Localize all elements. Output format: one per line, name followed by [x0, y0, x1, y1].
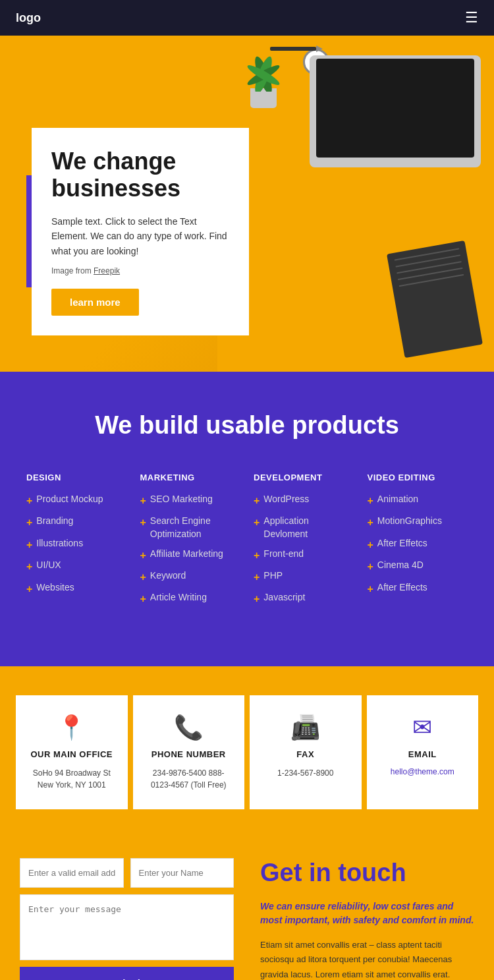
contact-card-2: 📠FAX1-234-567-8900: [250, 695, 362, 809]
service-plus-icon: +: [254, 570, 260, 585]
hero-title: We change businesses: [51, 148, 229, 202]
contact-card-icon-2: 📠: [290, 714, 320, 741]
service-item-label: Application Devloment: [263, 515, 354, 540]
get-in-touch-title: Get in touch: [260, 858, 474, 888]
service-item-label: Keyword: [150, 569, 186, 583]
service-list-item: +Search Engine Optimization: [140, 515, 241, 540]
service-plus-icon: +: [368, 538, 373, 552]
service-list-item: +Cinema 4D: [368, 559, 468, 574]
service-heading-2: DEVELOPMENT: [254, 473, 354, 482]
service-item-label: UI/UX: [36, 559, 61, 572]
service-plus-icon: +: [254, 548, 260, 563]
service-list-item: +Affiliate Marketing: [140, 548, 241, 563]
service-list-item: +Websites: [26, 581, 127, 596]
message-field[interactable]: [20, 894, 234, 960]
info-side: Get in touch We can ensure reliability, …: [260, 858, 474, 980]
hero-accent-bar: [26, 175, 32, 287]
service-list-item: +Javascript: [254, 591, 354, 606]
service-item-label: After Effetcs: [377, 537, 427, 550]
service-item-label: Illustrations: [36, 537, 83, 550]
service-item-label: Front-end: [263, 548, 304, 561]
service-item-label: Cinema 4D: [377, 559, 424, 572]
contact-card-icon-0: 📍: [57, 714, 86, 741]
contact-card-text-2: 1-234-567-8900: [277, 767, 333, 779]
service-item-label: WordPress: [263, 493, 309, 506]
contact-card-icon-3: ✉: [412, 714, 432, 741]
form-side: Submit: [20, 858, 234, 980]
service-list-item: +Animation: [368, 493, 468, 508]
services-section: We build usable products DESIGN+Product …: [0, 372, 494, 666]
service-plus-icon: +: [26, 494, 32, 508]
service-item-label: Animation: [377, 493, 418, 506]
service-item-label: Affiliate Marketing: [150, 548, 223, 561]
get-in-touch-body: Etiam sit amet convallis erat – class ap…: [260, 938, 474, 980]
service-item-label: Article Writing: [150, 591, 207, 604]
hero-image-credit: Image from Freepik: [51, 266, 229, 275]
contact-card-title-0: OUR MAIN OFFICE: [31, 749, 113, 759]
contact-card-email-3[interactable]: hello@theme.com: [391, 767, 454, 776]
hero-section: We change businesses Sample text. Click …: [0, 36, 494, 372]
service-plus-icon: +: [140, 592, 146, 606]
service-list-item: +Article Writing: [140, 591, 241, 606]
service-item-label: MotionGraphics: [377, 515, 442, 528]
service-plus-icon: +: [140, 548, 146, 563]
service-list-item: +PHP: [254, 569, 354, 585]
contact-card-title-2: FAX: [296, 749, 314, 759]
service-item-label: Branding: [36, 515, 73, 528]
hero-subtitle: Sample text. Click to select the Text El…: [51, 214, 229, 258]
service-list-item: +UI/UX: [26, 559, 127, 574]
service-plus-icon: +: [26, 538, 32, 552]
service-heading-3: VIDEO EDITING: [368, 473, 468, 482]
service-plus-icon: +: [368, 494, 373, 508]
contact-card-text-0: SoHo 94 Broadway St New York, NY 1001: [26, 767, 117, 791]
email-field[interactable]: [20, 858, 124, 888]
contact-card-3: ✉EMAILhello@theme.com: [367, 695, 479, 809]
service-plus-icon: +: [368, 560, 373, 574]
service-item-label: PHP: [263, 569, 283, 583]
hero-card: We change businesses Sample text. Click …: [32, 128, 249, 335]
service-item-label: Javascript: [263, 591, 305, 604]
service-plus-icon: +: [26, 515, 32, 530]
contact-cards-section: 📍OUR MAIN OFFICESoHo 94 Broadway St New …: [0, 666, 494, 838]
service-item-label: SEO Marketing: [150, 493, 213, 506]
contact-card-1: 📞PHONE NUMBER234-9876-5400 888-0123-4567…: [133, 695, 245, 809]
service-plus-icon: +: [140, 494, 146, 508]
logo: logo: [16, 11, 41, 25]
submit-button[interactable]: Submit: [20, 967, 234, 980]
service-list-item: +After Effetcs: [368, 537, 468, 552]
service-plus-icon: +: [140, 570, 146, 585]
service-list-item: +WordPress: [254, 493, 354, 508]
service-col-0: DESIGN+Product Mockup+Branding+Illustrat…: [26, 473, 127, 614]
service-heading-0: DESIGN: [26, 473, 127, 482]
service-col-1: MARKETING+SEO Marketing+Search Engine Op…: [140, 473, 241, 614]
service-item-label: Websites: [36, 581, 74, 594]
service-list-item: +MotionGraphics: [368, 515, 468, 530]
service-list-item: +Branding: [26, 515, 127, 530]
service-plus-icon: +: [368, 515, 373, 530]
service-list-item: +Application Devloment: [254, 515, 354, 540]
menu-icon[interactable]: ☰: [465, 9, 478, 26]
hero-content: We change businesses Sample text. Click …: [0, 36, 494, 362]
service-list-item: +Illustrations: [26, 537, 127, 552]
service-col-2: DEVELOPMENT+WordPress+Application Devlom…: [254, 473, 354, 614]
form-row-top: [20, 858, 234, 888]
service-plus-icon: +: [368, 582, 373, 596]
service-plus-icon: +: [26, 560, 32, 574]
contact-cards-row: 📍OUR MAIN OFFICESoHo 94 Broadway St New …: [0, 666, 494, 838]
service-list-item: +Front-end: [254, 548, 354, 563]
service-plus-icon: +: [140, 515, 146, 530]
contact-card-title-1: PHONE NUMBER: [151, 749, 226, 759]
service-plus-icon: +: [26, 582, 32, 596]
contact-card-title-3: EMAIL: [408, 749, 437, 759]
service-list-item: +After Effects: [368, 581, 468, 596]
service-list-item: +Product Mockup: [26, 493, 127, 508]
learn-more-button[interactable]: learn more: [51, 289, 139, 316]
name-field[interactable]: [130, 858, 234, 888]
service-plus-icon: +: [254, 592, 260, 606]
services-grid: DESIGN+Product Mockup+Branding+Illustrat…: [26, 473, 468, 614]
service-item-label: After Effects: [377, 581, 427, 594]
service-list-item: +SEO Marketing: [140, 493, 241, 508]
get-in-touch-subtitle: We can ensure reliability, low cost fare…: [260, 900, 474, 927]
freepik-link[interactable]: Freepik: [94, 266, 120, 275]
contact-card-text-1: 234-9876-5400 888-0123-4567 (Toll Free): [144, 767, 234, 791]
